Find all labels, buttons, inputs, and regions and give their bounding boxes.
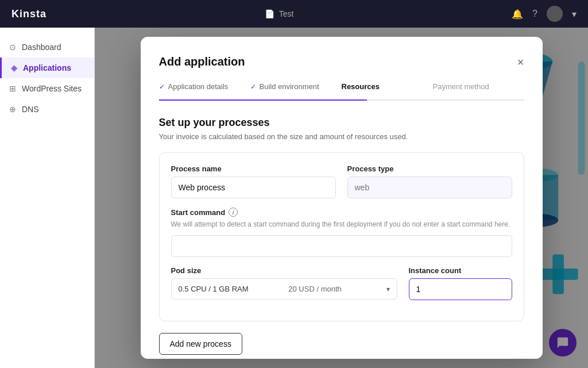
top-bar-right: 🔔 ? ▾ bbox=[512, 6, 577, 22]
start-command-hint: We will attempt to detect a start comman… bbox=[171, 220, 512, 228]
wordpress-icon: ⊞ bbox=[9, 84, 16, 93]
start-command-label: Start command i bbox=[171, 208, 512, 217]
step-label: Build environment bbox=[260, 82, 319, 91]
pod-size-value: 0.5 CPU / 1 GB RAM bbox=[179, 285, 249, 293]
form-group-pod-size: Pod size 0.5 CPU / 1 GB RAM 20 USD / mon… bbox=[171, 266, 397, 300]
process-type-label: Process type bbox=[347, 164, 512, 173]
process-name-label: Process name bbox=[171, 164, 336, 173]
process-card: Process name Process type Start co bbox=[159, 152, 524, 321]
form-group-start-command: Start command i We will attempt to detec… bbox=[171, 208, 512, 257]
dns-icon: ⊕ bbox=[9, 105, 16, 114]
form-group-process-name: Process name bbox=[171, 164, 336, 198]
step-application-details: ✓ Application details bbox=[159, 82, 250, 91]
close-button[interactable]: × bbox=[517, 56, 524, 68]
applications-icon: ◈ bbox=[11, 63, 17, 72]
sidebar-item-label: DNS bbox=[22, 105, 39, 114]
step-resources: Resources bbox=[342, 82, 433, 91]
step-build-environment: ✓ Build environment bbox=[250, 82, 342, 91]
top-bar-center: 📄 Test bbox=[265, 9, 294, 18]
modal: Add application × ✓ Application details … bbox=[141, 37, 543, 359]
logo: Kinsta bbox=[11, 8, 47, 20]
form-row-process: Process name Process type bbox=[171, 164, 512, 198]
sidebar-item-label: Dashboard bbox=[22, 43, 61, 52]
form-row-pod: Pod size 0.5 CPU / 1 GB RAM 20 USD / mon… bbox=[171, 266, 512, 300]
sidebar-item-dns[interactable]: ⊕ DNS bbox=[0, 99, 94, 120]
app-shell: Kinsta 📄 Test 🔔 ? ▾ ⊙ Dashboard ◈ Applic… bbox=[0, 0, 588, 368]
pod-size-select[interactable]: 0.5 CPU / 1 GB RAM 20 USD / month ▾ bbox=[171, 278, 397, 300]
modal-title: Add application bbox=[159, 55, 245, 68]
form-group-instance-count: Instance count bbox=[409, 266, 512, 300]
dashboard-icon: ⊙ bbox=[9, 43, 16, 52]
modal-header: Add application × bbox=[159, 55, 524, 68]
page-area: Add application × ✓ Application details … bbox=[95, 28, 588, 368]
form-group-process-type: Process type bbox=[347, 164, 512, 198]
check-icon: ✓ bbox=[250, 83, 256, 91]
stepper-line-active bbox=[159, 99, 368, 101]
help-icon[interactable]: ? bbox=[532, 9, 537, 19]
bell-icon[interactable]: 🔔 bbox=[512, 9, 523, 20]
process-name-input[interactable] bbox=[171, 177, 336, 198]
main-content: ⊙ Dashboard ◈ Applications ⊞ WordPress S… bbox=[0, 28, 588, 368]
avatar[interactable] bbox=[547, 6, 563, 22]
process-type-input[interactable] bbox=[347, 177, 512, 198]
step-label: Resources bbox=[342, 82, 380, 91]
step-payment-method: Payment method bbox=[433, 82, 524, 91]
chevron-down-icon: ▾ bbox=[386, 285, 390, 293]
start-command-input[interactable] bbox=[171, 235, 512, 257]
info-icon: i bbox=[229, 208, 238, 217]
chevron-down-icon: ▾ bbox=[572, 9, 577, 20]
instance-count-input[interactable] bbox=[409, 278, 512, 300]
sidebar-item-wordpress[interactable]: ⊞ WordPress Sites bbox=[0, 78, 94, 99]
step-label: Payment method bbox=[433, 82, 489, 91]
modal-overlay: Add application × ✓ Application details … bbox=[95, 28, 588, 368]
add-new-process-button[interactable]: Add new process bbox=[159, 333, 242, 355]
section-subtitle: Your invoice is calculated based on the … bbox=[159, 132, 524, 141]
stepper: ✓ Application details ✓ Build environmen… bbox=[159, 82, 524, 101]
sidebar-item-applications[interactable]: ◈ Applications bbox=[0, 57, 94, 78]
document-icon: 📄 bbox=[265, 9, 274, 18]
project-name: Test bbox=[279, 9, 294, 18]
pod-size-label: Pod size bbox=[171, 266, 397, 275]
sidebar-item-label: WordPress Sites bbox=[22, 84, 82, 93]
check-icon: ✓ bbox=[159, 83, 165, 91]
section-title: Set up your processes bbox=[159, 117, 524, 129]
sidebar-item-label: Applications bbox=[23, 63, 71, 72]
top-bar: Kinsta 📄 Test 🔔 ? ▾ bbox=[0, 0, 588, 28]
instance-count-label: Instance count bbox=[409, 266, 512, 275]
sidebar-item-dashboard[interactable]: ⊙ Dashboard bbox=[0, 37, 94, 57]
step-label: Application details bbox=[168, 82, 229, 91]
pod-price: 20 USD / month bbox=[288, 285, 342, 293]
sidebar: ⊙ Dashboard ◈ Applications ⊞ WordPress S… bbox=[0, 28, 95, 368]
